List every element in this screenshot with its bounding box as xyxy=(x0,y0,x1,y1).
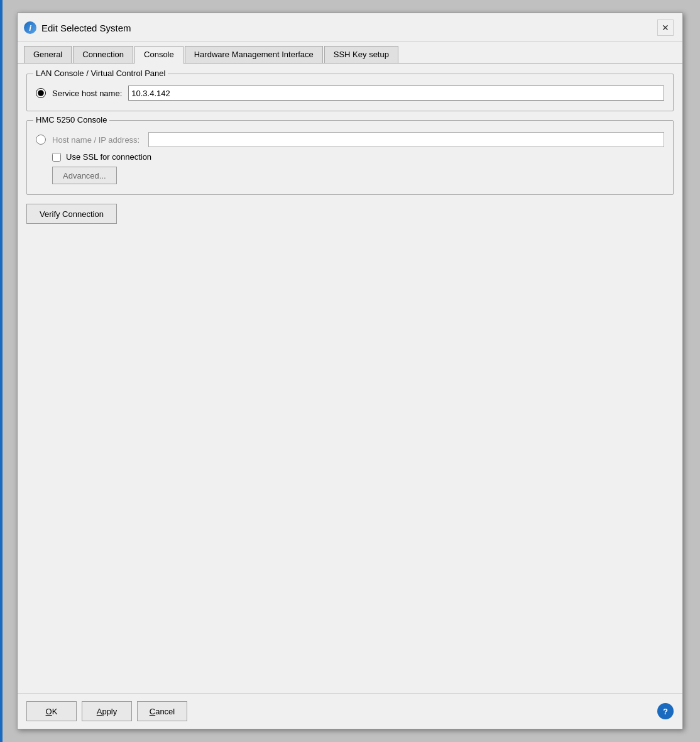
lan-console-row: Service host name: xyxy=(36,86,664,101)
dialog-footer: OK Apply Cancel ? xyxy=(18,693,682,729)
cancel-button[interactable]: Cancel xyxy=(137,701,187,721)
app-icon: i xyxy=(24,21,36,34)
tab-hardware-management[interactable]: Hardware Management Interface xyxy=(185,46,323,64)
tab-console[interactable]: Console xyxy=(134,46,183,64)
hmc-ssl-row: Use SSL for connection xyxy=(36,152,664,162)
close-button[interactable]: ✕ xyxy=(657,19,674,36)
tabs-bar: General Connection Console Hardware Mana… xyxy=(18,42,682,64)
service-host-label: Service host name: xyxy=(52,89,122,98)
left-accent-bar xyxy=(0,0,3,742)
lan-console-group: LAN Console / Virtual Control Panel Serv… xyxy=(26,74,674,111)
title-bar-left: i Edit Selected System xyxy=(24,21,131,34)
tab-ssh-key-setup[interactable]: SSH Key setup xyxy=(324,46,398,64)
dialog-body: LAN Console / Virtual Control Panel Serv… xyxy=(18,64,682,693)
tab-general[interactable]: General xyxy=(24,46,72,64)
ok-button[interactable]: OK xyxy=(26,701,77,721)
apply-button[interactable]: Apply xyxy=(82,701,132,721)
ssl-checkbox[interactable] xyxy=(52,153,61,162)
title-bar: i Edit Selected System ✕ xyxy=(18,13,682,42)
hmc-console-title: HMC 5250 Console xyxy=(33,115,109,125)
body-spacer xyxy=(26,233,674,683)
edit-system-dialog: i Edit Selected System ✕ General Connect… xyxy=(17,13,683,729)
hmc-advanced-row: Advanced... xyxy=(36,167,664,184)
hmc-console-group: HMC 5250 Console Host name / IP address:… xyxy=(26,120,674,195)
lan-console-radio[interactable] xyxy=(36,88,46,98)
hmc-host-row: Host name / IP address: xyxy=(36,132,664,147)
cancel-label: Cancel xyxy=(150,707,175,716)
lan-console-title: LAN Console / Virtual Control Panel xyxy=(33,69,168,78)
help-button[interactable]: ? xyxy=(657,703,674,719)
apply-label: Apply xyxy=(97,707,118,716)
ssl-label: Use SSL for connection xyxy=(66,152,151,162)
dialog-title: Edit Selected System xyxy=(41,23,131,33)
service-host-input[interactable] xyxy=(128,86,664,101)
hmc-host-label: Host name / IP address: xyxy=(52,135,142,145)
hmc-host-input[interactable] xyxy=(148,132,664,147)
tab-connection[interactable]: Connection xyxy=(73,46,133,64)
ok-label: OK xyxy=(46,707,58,716)
verify-connection-row: Verify Connection xyxy=(26,204,674,224)
verify-connection-button[interactable]: Verify Connection xyxy=(26,204,117,224)
hmc-controls: Host name / IP address: Use SSL for conn… xyxy=(36,132,664,184)
advanced-button[interactable]: Advanced... xyxy=(52,167,117,184)
hmc-console-radio[interactable] xyxy=(36,135,46,145)
